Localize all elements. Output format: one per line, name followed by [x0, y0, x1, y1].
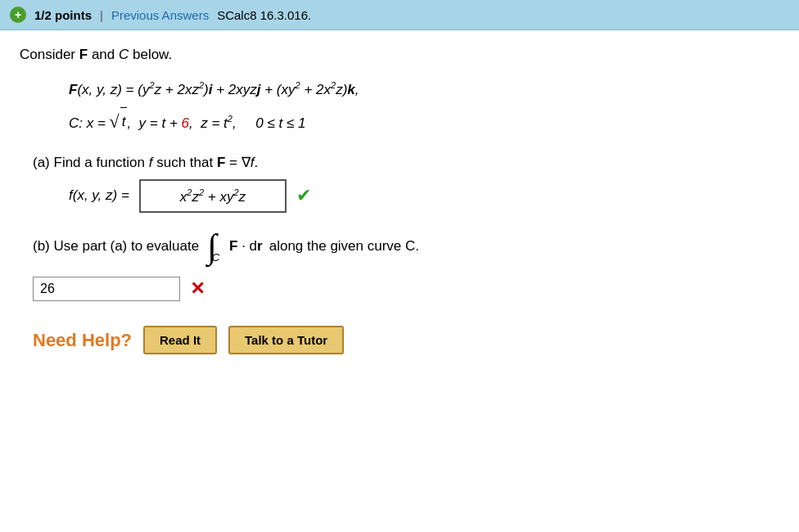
- points-label: 1/2 points: [34, 8, 92, 22]
- part-a-label: (a) Find a function f such that F = ∇f.: [33, 154, 779, 171]
- read-it-button[interactable]: Read It: [143, 326, 217, 354]
- help-section: Need Help? Read It Talk to a Tutor: [33, 326, 779, 354]
- problem-id: SCalc8 16.3.016.: [217, 8, 311, 22]
- part-b-input[interactable]: [33, 277, 180, 301]
- c-equation: C: x = √t , y = t + 6, z = t2, 0 ≤ t ≤ 1: [69, 107, 779, 138]
- main-content: Consider F and C below. F(x, y, z) = (y2…: [0, 30, 799, 371]
- part-a-answer-row: f(x, y, z) = x2z2 + xy2z ✔: [69, 179, 779, 214]
- integral-sub-c: C: [212, 251, 219, 264]
- integral-symbol-wrapper: ∫ C: [205, 229, 223, 264]
- need-help-label: Need Help?: [33, 330, 132, 351]
- consider-line: Consider F and C below.: [20, 47, 779, 63]
- f-equation: F(x, y, z) = (y2z + 2xz2)i + 2xyzj + (xy…: [69, 76, 779, 104]
- math-block: F(x, y, z) = (y2z + 2xz2)i + 2xyzj + (xy…: [69, 76, 779, 138]
- part-b-text: (b) Use part (a) to evaluate: [33, 238, 199, 255]
- points-icon: +: [10, 7, 26, 23]
- part-b-label-row: (b) Use part (a) to evaluate ∫ C F · dr …: [33, 229, 779, 264]
- talk-to-tutor-button[interactable]: Talk to a Tutor: [228, 326, 344, 354]
- along-curve-text: along the given curve C.: [269, 238, 419, 255]
- correct-checkmark: ✔: [296, 185, 311, 206]
- header-bar: + 1/2 points | Previous Answers SCalc8 1…: [0, 0, 799, 30]
- f-answer-box: x2z2 + xy2z: [139, 179, 287, 214]
- integral-expression: F · dr: [229, 238, 263, 255]
- part-b-input-row: ✕: [33, 277, 779, 301]
- f-label: f(x, y, z) =: [69, 187, 129, 204]
- previous-answers-link[interactable]: Previous Answers: [111, 8, 209, 22]
- separator: |: [100, 8, 103, 22]
- incorrect-x-icon: ✕: [190, 278, 205, 300]
